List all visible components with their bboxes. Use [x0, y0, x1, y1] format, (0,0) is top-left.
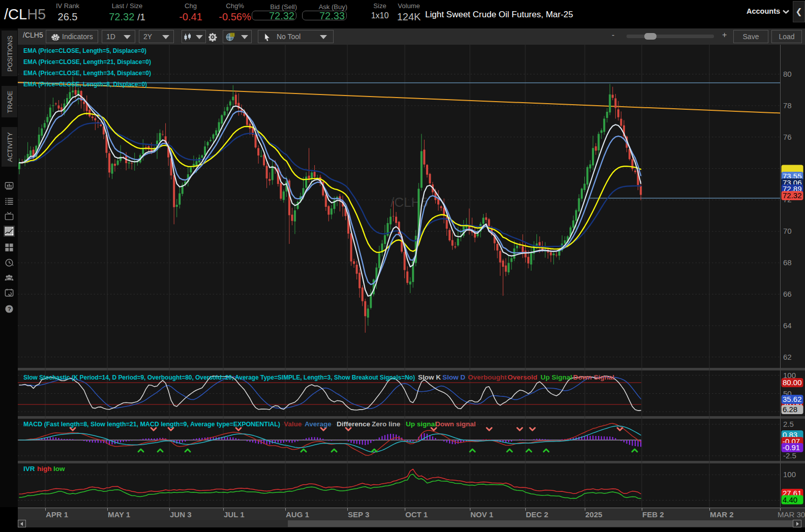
svg-text:64: 64: [783, 321, 792, 330]
svg-text:6.28: 6.28: [783, 405, 797, 414]
svg-text:Up Signal: Up Signal: [541, 373, 572, 381]
svg-text:Slow D: Slow D: [442, 373, 465, 381]
svg-text:68: 68: [783, 258, 792, 267]
svg-text:35.62: 35.62: [783, 395, 802, 403]
svg-text:Oversold: Oversold: [508, 373, 538, 381]
svg-text:IVR: IVR: [23, 465, 35, 473]
svg-text:EMA (Price=CLOSE, Length=5, Di: EMA (Price=CLOSE, Length=5, Displace=0): [23, 47, 146, 54]
svg-text:Up signal: Up signal: [406, 420, 437, 428]
svg-text:70: 70: [783, 227, 792, 235]
svg-text:EMA (Price=CLOSE, Length=8, Di: EMA (Price=CLOSE, Length=8, Displace=0): [23, 80, 147, 88]
svg-text:Zero line: Zero line: [372, 420, 401, 428]
svg-text:low: low: [53, 465, 65, 473]
svg-text:100: 100: [783, 470, 796, 479]
svg-text:62: 62: [783, 353, 792, 361]
svg-text:?: ?: [8, 306, 11, 312]
svg-text:Difference: Difference: [337, 420, 371, 428]
svg-text:2.5: 2.5: [783, 420, 794, 428]
svg-text:72.32: 72.32: [783, 191, 802, 200]
svg-text:Value: Value: [284, 420, 302, 428]
svg-text:-0.91: -0.91: [783, 443, 800, 452]
svg-text:66: 66: [783, 290, 792, 298]
svg-text:Slow Stochastic (K Period=14,: Slow Stochastic (K Period=14, D Period=9…: [23, 373, 415, 381]
svg-text:4.40: 4.40: [783, 495, 797, 504]
svg-text:EMA (Price=CLOSE, Length=21, D: EMA (Price=CLOSE, Length=21, Displace=0): [23, 58, 151, 66]
svg-text:high: high: [37, 465, 52, 473]
svg-text:EMA (Price=CLOSE, Length=34, D: EMA (Price=CLOSE, Length=34, Displace=0): [23, 69, 151, 77]
svg-text:Overbought: Overbought: [468, 373, 507, 381]
svg-text:Down signal: Down signal: [435, 420, 476, 428]
svg-text:Average: Average: [305, 420, 332, 428]
svg-text:76: 76: [783, 133, 792, 141]
svg-text:MACD (Fast length=8, Slow leng: MACD (Fast length=8, Slow length=21, MAC…: [23, 420, 280, 428]
svg-text:-2.5: -2.5: [783, 451, 796, 460]
svg-text:80.00: 80.00: [783, 378, 802, 387]
svg-text:Down Signal: Down Signal: [573, 373, 614, 381]
svg-text:80: 80: [783, 70, 792, 78]
svg-text:78: 78: [783, 101, 792, 110]
svg-text:Slow K: Slow K: [418, 373, 441, 381]
